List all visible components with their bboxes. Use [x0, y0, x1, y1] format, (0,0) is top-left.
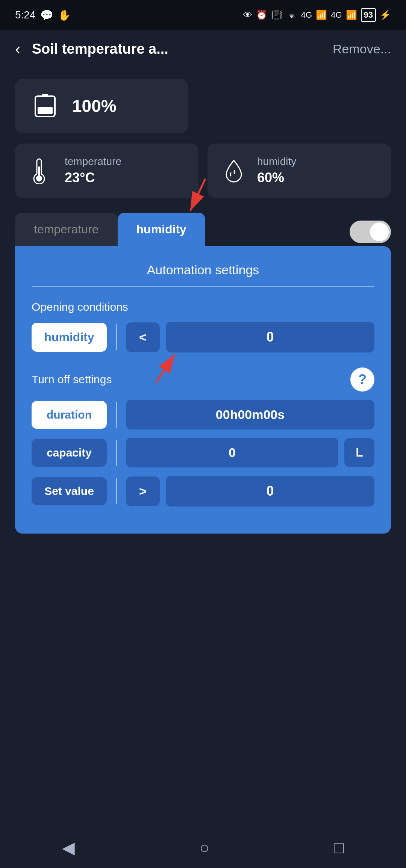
duration-tag[interactable]: duration: [32, 401, 107, 429]
red-arrow-2: [148, 349, 186, 386]
4g-label: 4G: [301, 10, 312, 20]
temperature-info: temperature 23°C: [65, 156, 121, 186]
nav-home-icon[interactable]: ○: [199, 838, 209, 857]
wifi-icon: [286, 10, 297, 20]
humidity-card: humidity 60%: [208, 144, 391, 198]
automation-toggle[interactable]: [350, 221, 391, 243]
nav-back-icon[interactable]: ◀: [62, 838, 75, 857]
battery-percent: 100%: [72, 96, 117, 116]
nav-bar: ◀ ○ □: [0, 827, 406, 868]
duration-value[interactable]: 00h00m00s: [126, 400, 374, 429]
eye-icon: 👁: [243, 10, 252, 20]
vibrate-icon: 📳: [271, 10, 282, 20]
red-arrow-1: [175, 175, 220, 216]
humidity-info: humidity 60%: [257, 156, 296, 186]
remove-button[interactable]: Remove...: [333, 42, 391, 56]
tab-temperature[interactable]: temperature: [15, 213, 118, 246]
capacity-unit[interactable]: L: [344, 438, 374, 467]
humidity-value: 60%: [257, 170, 296, 186]
time: 5:24: [15, 9, 36, 21]
page-title: Soil temperature a...: [32, 41, 321, 57]
thermometer-icon: [29, 158, 54, 183]
capacity-tag[interactable]: capacity: [32, 439, 107, 467]
turnoff-header: Turn off settings ?: [32, 367, 374, 392]
humidity-icon: [221, 158, 247, 183]
chat-icon: 💬: [40, 9, 53, 21]
status-right: 👁 ⏰ 📳 4G 📶 4G 📶 93 ⚡: [243, 8, 391, 22]
capacity-row: capacity 0 L: [32, 438, 374, 467]
svg-rect-2: [38, 107, 53, 114]
alarm-icon: ⏰: [256, 10, 267, 20]
signal2-icon: 📶: [346, 10, 357, 20]
temperature-value: 23°C: [65, 170, 121, 186]
svg-rect-1: [42, 94, 48, 97]
battery-card: 100%: [15, 79, 188, 133]
humidity-label: humidity: [257, 156, 296, 168]
setvalue-tag[interactable]: Set value: [32, 477, 107, 505]
capacity-value[interactable]: 0: [126, 438, 338, 467]
tab-humidity[interactable]: humidity: [118, 213, 205, 246]
header: ‹ Soil temperature a... Remove...: [0, 30, 406, 68]
svg-line-6: [190, 179, 205, 211]
turnoff-label: Turn off settings: [32, 373, 112, 386]
condition-value[interactable]: 0: [166, 322, 374, 352]
automation-title: Automation settings: [32, 263, 374, 277]
automation-panel: Automation settings Opening conditions h…: [15, 246, 391, 534]
main-content: 100% temperature 23°C: [0, 68, 406, 545]
status-left: 5:24 💬 ✋: [15, 9, 71, 21]
set-value[interactable]: 0: [166, 476, 374, 507]
svg-rect-4: [38, 166, 40, 177]
vertical-divider-2: [116, 402, 117, 428]
vertical-divider-1: [116, 324, 117, 350]
panel-divider: [32, 286, 374, 287]
nav-recents-icon[interactable]: □: [334, 838, 344, 857]
bolt-icon: ⚡: [380, 10, 391, 20]
help-button[interactable]: ?: [350, 367, 374, 392]
status-bar: 5:24 💬 ✋ 👁 ⏰ 📳 4G 📶 4G 📶 93 ⚡: [0, 0, 406, 30]
setvalue-operator[interactable]: >: [126, 476, 160, 506]
svg-line-8: [156, 354, 175, 383]
battery-status: 93: [361, 8, 376, 22]
condition-humidity-tag[interactable]: humidity: [32, 323, 107, 352]
setvalue-row: Set value > 0: [32, 476, 374, 507]
battery-icon: [32, 92, 59, 119]
temperature-label: temperature: [65, 156, 121, 168]
operator-button[interactable]: <: [126, 322, 160, 352]
opening-condition-row: humidity < 0: [32, 322, 374, 352]
duration-row: duration 00h00m00s: [32, 400, 374, 429]
opening-conditions-label: Opening conditions: [32, 301, 374, 313]
vertical-divider-4: [116, 478, 117, 504]
4g2-label: 4G: [331, 10, 342, 20]
temperature-card: temperature 23°C: [15, 144, 198, 198]
hand-icon: ✋: [58, 9, 71, 21]
vertical-divider-3: [116, 440, 117, 466]
toggle-knob: [370, 222, 389, 241]
signal-icon: 📶: [316, 10, 327, 20]
back-button[interactable]: ‹: [15, 41, 21, 57]
